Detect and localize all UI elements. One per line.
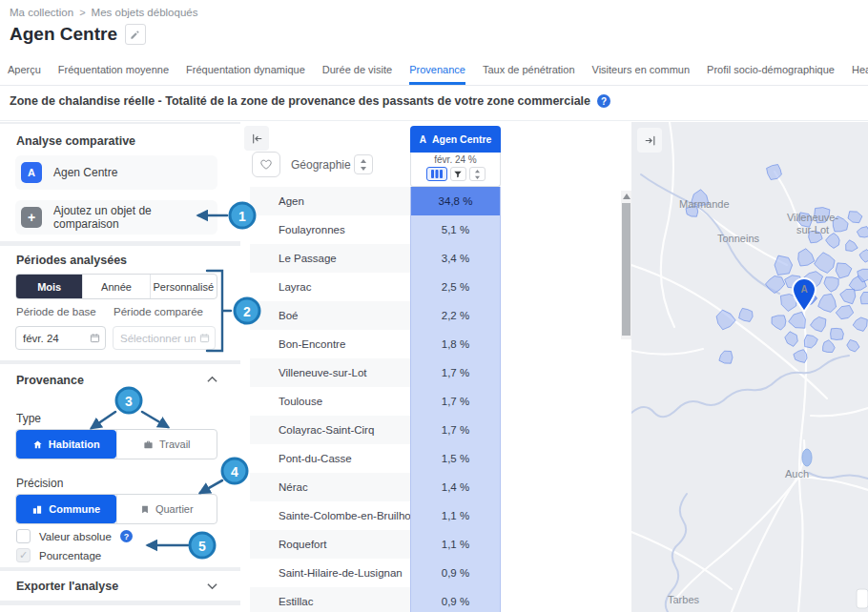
expand-icon [644, 134, 656, 147]
label-villeneuve-1: Villeneuve- [787, 212, 839, 223]
value-cell[interactable]: 2,2 % [411, 301, 500, 330]
tab-dur-e-de-visite[interactable]: Durée de visite [322, 58, 392, 85]
absolute-value-checkbox[interactable] [16, 529, 31, 543]
comparison-object-agen[interactable]: A Agen Centre [15, 155, 217, 190]
label-auch: Auch [785, 468, 809, 479]
comparative-analysis-card: Analyse comparative A Agen Centre + Ajou… [0, 124, 240, 241]
table-row[interactable]: Le Passage [250, 244, 410, 273]
map[interactable]: Marmande Tonneins Villeneuve- sur-Lot Au… [631, 122, 868, 612]
collapse-panel-button[interactable] [244, 126, 269, 151]
type-option-habitation[interactable]: Habitation [16, 430, 116, 459]
table-row[interactable]: Foulayronnes [250, 215, 410, 244]
table-row[interactable]: Roquefort [250, 530, 410, 559]
value-cell[interactable]: 34,8 % [411, 187, 500, 215]
precision-option-quartier[interactable]: Quartier [116, 495, 217, 523]
table-row[interactable]: Toulouse [250, 387, 410, 416]
edit-title-button[interactable] [125, 24, 146, 45]
favorite-button[interactable] [252, 152, 280, 177]
precision-label: Précision [16, 477, 63, 490]
column-period: févr. 24 % [411, 154, 500, 165]
vertical-scrollbar[interactable] [621, 191, 631, 339]
value-cell[interactable]: 1,7 % [411, 416, 500, 444]
map-control[interactable] [857, 589, 868, 608]
table-row[interactable]: Villeneuve-sur-Lot [250, 358, 410, 387]
percentage-label: Pourcentage [39, 550, 101, 561]
table-row[interactable]: Sainte-Colombe-en-Bruilhois [250, 501, 410, 530]
period-mode-year[interactable]: Année [82, 275, 149, 298]
period-mode-custom[interactable]: Personnalisé [150, 275, 217, 298]
plus-icon: + [21, 207, 42, 228]
tab-fr-quentation-moyenne[interactable]: Fréquentation moyenne [58, 58, 169, 85]
label-marmande: Marmande [679, 198, 730, 210]
tab-visiteurs-en-commun[interactable]: Visiteurs en commun [592, 58, 691, 85]
columns-icon [431, 170, 443, 178]
table-row[interactable]: Boé [250, 301, 410, 330]
provenance-card: Provenance Type Habitation Travail Préci… [0, 364, 240, 567]
table-row[interactable]: Agen [250, 187, 410, 215]
tab-aper-u[interactable]: Aperçu [8, 58, 41, 85]
scrollbar-thumb[interactable] [622, 203, 630, 336]
type-label: Type [16, 412, 41, 425]
scroll-up-arrow[interactable] [623, 194, 630, 199]
tab-taux-de-p-n-tration[interactable]: Taux de pénétration [483, 58, 575, 85]
object-badge: A [21, 162, 42, 183]
table-row[interactable]: Saint-Hilaire-de-Lusignan [250, 559, 410, 587]
value-cell[interactable]: 1,4 % [411, 473, 500, 501]
table-row[interactable]: Bon-Encontre [250, 330, 410, 358]
analyzed-periods-title: Périodes analysées [16, 254, 127, 267]
type-option-travail[interactable]: Travail [116, 430, 217, 459]
value-cell[interactable]: 0,9 % [411, 559, 500, 587]
chevron-down-icon[interactable] [207, 582, 217, 590]
compared-period-label: Période comparée [114, 306, 203, 317]
agen-column-subheader: févr. 24 % [410, 153, 501, 187]
table-row[interactable]: Nérac [250, 473, 410, 501]
column-badge: A [420, 134, 426, 145]
value-cell[interactable]: 0,9 % [411, 587, 500, 612]
sidebar: Analyse comparative A Agen Centre + Ajou… [0, 122, 240, 612]
percentage-checkbox[interactable]: ✓ [16, 548, 31, 562]
precision-option-commune[interactable]: Commune [16, 495, 116, 523]
divider [0, 120, 868, 121]
period-mode-month[interactable]: Mois [16, 275, 82, 298]
value-cell[interactable]: 1,1 % [411, 501, 500, 530]
add-comparison-button[interactable]: + Ajoutez un objet de comparaison [15, 200, 217, 235]
label-villeneuve-2: sur-Lot [796, 224, 829, 235]
tab-fr-quentation-dynamique[interactable]: Fréquentation dynamique [186, 58, 305, 85]
filter-button[interactable] [450, 167, 466, 181]
label-tonneins: Tonneins [717, 233, 760, 244]
column-sort-button[interactable] [469, 167, 486, 181]
table-row[interactable]: Colayrac-Saint-Cirq [250, 416, 410, 444]
table-row[interactable]: Pont-du-Casse [250, 444, 410, 473]
breadcrumb-item-unlocked[interactable]: Mes objets débloqués [92, 7, 198, 18]
column-title: Agen Centre [432, 133, 491, 145]
value-cell[interactable]: 5,1 % [411, 215, 500, 244]
value-cell[interactable]: 1,7 % [411, 358, 500, 387]
tab-profil-socio-d-mographique[interactable]: Profil socio-démographique [707, 58, 835, 85]
agen-column-header[interactable]: A Agen Centre [410, 126, 501, 153]
tab-heatmap[interactable]: Heatmap [852, 58, 868, 85]
value-cell[interactable]: 2,5 % [411, 273, 500, 301]
base-period-input[interactable] [15, 326, 106, 350]
help-icon[interactable]: ? [597, 94, 610, 108]
table-row[interactable]: Estillac [250, 587, 410, 612]
geography-sort-button[interactable] [354, 154, 373, 174]
columns-view-button[interactable] [426, 167, 447, 181]
value-cell[interactable]: 1,1 % [411, 530, 500, 559]
value-cell[interactable]: 3,4 % [411, 244, 500, 273]
table-row[interactable]: Layrac [250, 273, 410, 301]
export-analysis-card[interactable]: Exporter l'analyse [0, 571, 240, 601]
sort-icon [360, 159, 367, 171]
value-cell[interactable]: 1,5 % [411, 444, 500, 473]
comparative-analysis-title: Analyse comparative [16, 134, 135, 148]
expand-panel-button[interactable] [637, 128, 662, 153]
breadcrumb-item-collection[interactable]: Ma collection [10, 7, 73, 18]
value-cell[interactable]: 1,7 % [411, 387, 500, 416]
compared-period-input[interactable] [113, 326, 216, 350]
map-pin-icon[interactable]: A [793, 278, 816, 312]
chevron-up-icon[interactable] [207, 376, 217, 383]
help-icon[interactable]: ? [120, 530, 133, 542]
value-cell[interactable]: 1,8 % [411, 330, 500, 358]
value-column: 34,8 %5,1 %3,4 %2,5 %2,2 %1,8 %1,7 %1,7 … [410, 187, 501, 612]
buildings-icon [31, 504, 43, 515]
tab-provenance[interactable]: Provenance [409, 58, 465, 85]
